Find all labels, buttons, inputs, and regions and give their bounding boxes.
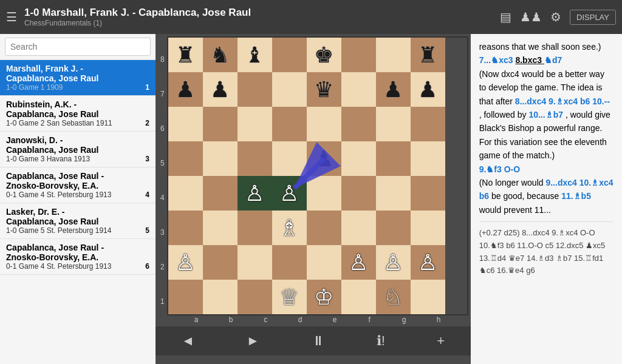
square-b6[interactable] (203, 107, 238, 141)
square-e4[interactable] (307, 176, 341, 211)
square-a1[interactable] (168, 280, 203, 314)
square-h4[interactable] (411, 176, 445, 211)
piece: ♟ (176, 79, 195, 101)
display-button[interactable]: DISPLAY (570, 10, 616, 25)
square-e2[interactable] (307, 245, 341, 280)
square-b4[interactable] (203, 176, 238, 211)
square-c2[interactable] (238, 245, 272, 280)
square-c8[interactable]: ♝ (238, 38, 272, 72)
game-item-1[interactable]: Marshall, Frank J. -Capablanca, Jose Rau… (0, 60, 156, 96)
back-button[interactable]: ◄ (172, 328, 205, 354)
menu-icon[interactable]: ☰ (6, 10, 17, 24)
book-icon[interactable]: ▤ (500, 10, 511, 24)
square-d5[interactable] (272, 141, 307, 176)
plus-button[interactable]: + (427, 328, 454, 354)
square-h2[interactable]: ♙ (411, 245, 445, 280)
square-e3[interactable] (307, 211, 341, 245)
square-f3[interactable] (341, 211, 376, 245)
square-f4[interactable] (341, 176, 376, 211)
game-item-5[interactable]: Lasker, Dr. E. -Capablanca, Jose Raul1-0… (0, 203, 156, 239)
search-input[interactable] (5, 38, 151, 56)
square-g6[interactable] (376, 107, 411, 141)
square-a2[interactable]: ♙ (168, 245, 203, 280)
annotation-move5[interactable]: 9.♗xc4 b6 10.-- (549, 96, 610, 106)
square-c1[interactable] (238, 280, 272, 314)
square-f5[interactable] (341, 141, 376, 176)
clock-icon[interactable]: ⚙ (550, 10, 561, 24)
square-d2[interactable] (272, 245, 307, 280)
square-b2[interactable] (203, 245, 238, 280)
annotation-move1[interactable]: 7...♞xc3 (479, 55, 513, 65)
square-a4[interactable] (168, 176, 203, 211)
square-e6[interactable] (307, 107, 341, 141)
square-a8[interactable]: ♜ (168, 38, 203, 72)
square-g4[interactable] (376, 176, 411, 211)
annotation-move4[interactable]: 8...dxc4 (515, 96, 546, 106)
square-g3[interactable] (376, 211, 411, 245)
square-h5[interactable] (411, 141, 445, 176)
square-d8[interactable] (272, 38, 307, 72)
square-b7[interactable]: ♟ (203, 72, 238, 107)
square-g7[interactable]: ♟ (376, 72, 411, 107)
annotation-move7[interactable]: 9.♞f3 O-O (479, 164, 520, 174)
square-b8[interactable]: ♞ (203, 38, 238, 72)
square-d4[interactable]: ♙ (272, 176, 307, 211)
square-c5[interactable] (238, 141, 272, 176)
book-title: ChessFundamentals (1) (24, 19, 493, 27)
square-e7[interactable]: ♛ (307, 72, 341, 107)
forward-button[interactable]: ► (237, 328, 270, 354)
game-item-6[interactable]: Capablanca, Jose Raul -Znosko-Borovsky, … (0, 239, 156, 275)
square-f2[interactable]: ♙ (341, 245, 376, 280)
square-b3[interactable] (203, 211, 238, 245)
file-a: a (179, 315, 214, 324)
square-e5[interactable]: ♟ (307, 141, 341, 176)
game-item-2[interactable]: Rubinstein, A.K. -Capablanca, Jose Raul1… (0, 96, 156, 132)
square-h1[interactable] (411, 280, 445, 314)
chess-board[interactable]: ♜♞♝♚♜♟♟♛♟♟♟♙♙♗♙♙♙♙♕♔♘ (167, 36, 468, 315)
square-h7[interactable]: ♟ (411, 72, 445, 107)
players-icon[interactable]: ♟♟ (520, 10, 542, 24)
annotation-move6[interactable]: 10...♗b7 (528, 110, 563, 120)
square-h6[interactable] (411, 107, 445, 141)
square-a7[interactable]: ♟ (168, 72, 203, 107)
square-d6[interactable] (272, 107, 307, 141)
square-e1[interactable]: ♔ (307, 280, 341, 314)
annotation-move8[interactable]: 9...dxc4 (545, 178, 576, 187)
square-g8[interactable] (376, 38, 411, 72)
annotation-move10[interactable]: 11.♗b5 (561, 191, 591, 201)
square-b1[interactable] (203, 280, 238, 314)
annotation-move2[interactable]: 8.bxc3 (515, 55, 544, 65)
square-h3[interactable] (411, 211, 445, 245)
square-h8[interactable]: ♜ (411, 38, 445, 72)
square-d3[interactable]: ♗ (272, 211, 307, 245)
game-item-4[interactable]: Capablanca, Jose Raul -Znosko-Borovsky, … (0, 167, 156, 203)
square-b5[interactable] (203, 141, 238, 176)
square-g5[interactable] (376, 141, 411, 176)
annotation-text5: (No longer would (479, 178, 546, 187)
square-f8[interactable] (341, 38, 376, 72)
square-a6[interactable] (168, 107, 203, 141)
square-c3[interactable] (238, 211, 272, 245)
square-c6[interactable] (238, 107, 272, 141)
square-a5[interactable] (168, 141, 203, 176)
square-f7[interactable] (341, 72, 376, 107)
square-c7[interactable] (238, 72, 272, 107)
square-g2[interactable]: ♙ (376, 245, 411, 280)
info-button[interactable]: ℹ! (367, 328, 395, 354)
square-a3[interactable] (168, 211, 203, 245)
annotation-move3[interactable]: ♞d7 (544, 55, 562, 65)
square-g1[interactable]: ♘ (376, 280, 411, 314)
square-e8[interactable]: ♚ (307, 38, 341, 72)
file-g: g (387, 315, 422, 324)
square-d1[interactable]: ♕ (272, 280, 307, 314)
sidebar: Marshall, Frank J. -Capablanca, Jose Rau… (0, 34, 156, 364)
game-list: Marshall, Frank J. -Capablanca, Jose Rau… (0, 60, 156, 364)
rank-5: 5 (160, 146, 165, 180)
annotation-text7: would prevent 11... (479, 205, 551, 215)
square-d7[interactable] (272, 72, 307, 107)
square-f6[interactable] (341, 107, 376, 141)
square-f1[interactable] (341, 280, 376, 314)
game-item-3[interactable]: Janowski, D. -Capablanca, Jose Raul1-0 G… (0, 132, 156, 167)
square-c4[interactable]: ♙ (238, 176, 272, 211)
pause-button[interactable]: ⏸ (302, 328, 335, 354)
